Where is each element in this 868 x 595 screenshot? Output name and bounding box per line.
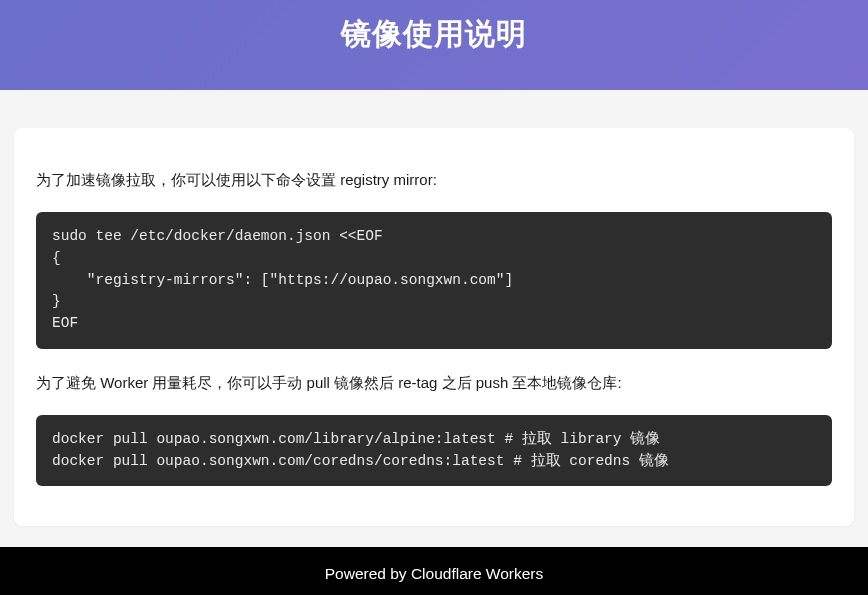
page-header: 镜像使用说明 bbox=[0, 0, 868, 90]
page-footer: Powered by Cloudflare Workers bbox=[0, 547, 868, 595]
code-block-docker-pull[interactable]: docker pull oupao.songxwn.com/library/al… bbox=[36, 415, 832, 487]
footer-text: Powered by Cloudflare Workers bbox=[325, 565, 544, 582]
code-block-registry-mirror[interactable]: sudo tee /etc/docker/daemon.json <<EOF {… bbox=[36, 212, 832, 349]
page-title: 镜像使用说明 bbox=[0, 14, 868, 55]
intro-text-2: 为了避免 Worker 用量耗尽，你可以手动 pull 镜像然后 re-tag … bbox=[36, 371, 832, 395]
content-area: 为了加速镜像拉取，你可以使用以下命令设置 registry mirror: su… bbox=[0, 90, 868, 526]
intro-text-1: 为了加速镜像拉取，你可以使用以下命令设置 registry mirror: bbox=[36, 168, 832, 192]
instructions-card: 为了加速镜像拉取，你可以使用以下命令设置 registry mirror: su… bbox=[14, 128, 854, 526]
